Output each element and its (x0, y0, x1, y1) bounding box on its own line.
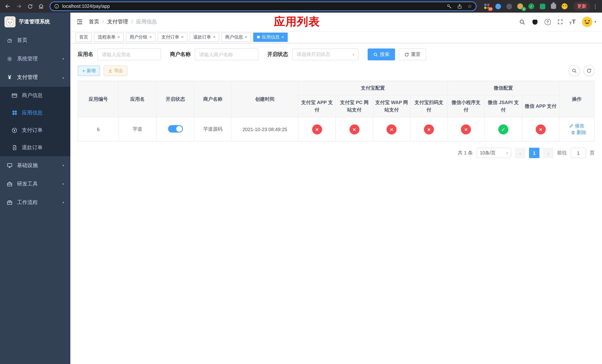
help-icon[interactable]: ? (544, 19, 551, 25)
url-text: localhost:1024/pay/app (62, 4, 110, 9)
col-group-alipay: 支付宝配置 (298, 81, 447, 95)
next-page-button[interactable]: › (543, 148, 553, 158)
sidebar-toggle-button[interactable] (76, 19, 83, 25)
sidebar-item-merchant-info[interactable]: 商户信息 (0, 87, 70, 104)
menu-label: 工作流程 (17, 199, 38, 206)
avatar (582, 16, 593, 27)
dashboard-icon (6, 37, 13, 43)
tag-process-form[interactable]: 流程表单 × (94, 32, 124, 42)
extension-badge: 1 (522, 7, 526, 11)
github-icon[interactable] (531, 19, 538, 25)
site-info-icon[interactable] (54, 4, 59, 9)
extension-profile-icon[interactable]: 1 (516, 3, 524, 10)
chrome-update-button[interactable]: 更新 (573, 2, 590, 11)
sidebar-item-home[interactable]: 首页 (0, 31, 70, 50)
password-key-icon[interactable] (447, 3, 452, 9)
reset-button[interactable]: 重置 (399, 49, 426, 60)
sidebar-item-workflow[interactable]: 工作流程 ▾ (0, 193, 70, 212)
sidebar-item-pay-orders[interactable]: 支付订单 (0, 121, 70, 139)
page-number-current[interactable]: 1 (529, 148, 539, 158)
edit-pencil-icon (569, 124, 574, 128)
main-area: 首页 支付管理 应用信息 应用列表 ? TT (70, 13, 602, 364)
disabled-icon: × (387, 124, 397, 134)
col-header-merchant: 商户名称 (194, 81, 231, 117)
app-title: 芋道管理系统 (19, 19, 50, 25)
close-icon[interactable]: × (245, 35, 247, 39)
toggle-search-button[interactable] (569, 65, 580, 76)
sidebar-item-refund-orders[interactable]: 退款订单 (0, 139, 70, 156)
merchant-name-input[interactable] (195, 49, 258, 60)
browser-menu-icon[interactable]: ⋮ (592, 3, 599, 9)
tag-refund-orders[interactable]: 退款订单 × (190, 32, 219, 42)
tag-pay-orders[interactable]: 支付订单 × (158, 32, 187, 42)
extension-grid-icon[interactable]: 10 (483, 3, 491, 10)
font-size-icon[interactable]: TT (569, 19, 576, 25)
add-button[interactable]: + 新增 (78, 65, 100, 76)
yen-icon: ¥ (6, 74, 13, 81)
plus-icon: + (82, 68, 85, 73)
tag-label: 商户信息 (225, 34, 243, 40)
user-avatar-menu[interactable]: ▾ (582, 16, 596, 27)
sidebar-item-system[interactable]: 系统管理 ▾ (0, 50, 70, 68)
forward-button[interactable] (14, 1, 24, 11)
extension-check-icon[interactable]: ✓ (527, 3, 535, 10)
goto-page-input[interactable] (570, 148, 586, 158)
chevron-up-icon: ▴ (62, 75, 64, 79)
extension-green-square-icon[interactable] (539, 3, 546, 10)
delete-link[interactable]: 删除 (571, 129, 586, 136)
enabled-icon: ✓ (498, 124, 508, 134)
col-header-app-id: 应用编号 (78, 81, 118, 117)
goto-suffix: 页 (590, 150, 595, 156)
tag-home[interactable]: 首页 (75, 32, 92, 42)
app-table: 应用编号 应用名 开启状态 商户名称 创建时间 支付宝配置 微信配置 操作 支付… (78, 81, 595, 142)
refresh-icon (586, 68, 592, 73)
download-icon (108, 68, 113, 73)
cell-app-id: 6 (78, 117, 118, 141)
share-icon[interactable] (457, 3, 462, 9)
fullscreen-icon[interactable] (557, 19, 563, 25)
refresh-table-button[interactable] (583, 65, 595, 76)
tag-label: 应用信息 (262, 34, 280, 40)
breadcrumb-payment[interactable]: 支付管理 (107, 19, 136, 25)
page-size-select[interactable]: 10条/页 ▾ (476, 148, 511, 158)
close-icon[interactable]: × (181, 35, 184, 39)
tag-merchant-info[interactable]: 商户信息 × (221, 32, 251, 42)
app-name-input[interactable] (97, 49, 161, 60)
payment-submenu: 商户信息 应用信息 支付订单 (0, 87, 70, 156)
extension-dark-icon[interactable] (505, 3, 513, 10)
extension-drop-icon[interactable] (494, 3, 502, 10)
search-icon[interactable] (519, 19, 525, 25)
col-header-alipay-qr: 支付宝扫码支付 (410, 95, 447, 117)
gear-icon (6, 56, 13, 62)
menu-label: 系统管理 (17, 55, 38, 62)
sidebar-item-app-info[interactable]: 应用信息 (0, 104, 70, 121)
edit-link[interactable]: 修改 (569, 123, 584, 129)
tag-app-info[interactable]: 应用信息 × (253, 32, 288, 42)
sidebar-item-payment[interactable]: ¥ 支付管理 ▴ (0, 68, 70, 87)
close-icon[interactable]: × (149, 35, 152, 39)
home-button[interactable] (36, 1, 46, 11)
app-logo[interactable]: 芋道管理系统 (0, 13, 70, 31)
back-button[interactable] (3, 1, 13, 11)
status-toggle[interactable] (168, 125, 183, 133)
extensions-puzzle-icon[interactable] (550, 3, 557, 10)
sidebar-item-dev-tools[interactable]: 研发工具 ▾ (0, 175, 70, 193)
close-icon[interactable]: × (281, 35, 284, 39)
extensions-row: 10 1 ✓ (483, 3, 568, 10)
address-bar[interactable]: localhost:1024/pay/app ☆ (50, 1, 476, 11)
search-button[interactable]: 搜索 (368, 49, 395, 60)
status-select[interactable]: 请选择开启状态 ▾ (292, 49, 359, 60)
breadcrumb-home[interactable]: 首页 (89, 19, 107, 25)
tag-user-group[interactable]: 用户分组 × (126, 32, 155, 42)
profile-avatar-icon[interactable] (561, 3, 568, 10)
export-button[interactable]: 导出 (104, 65, 127, 76)
menu-label: 应用信息 (22, 109, 43, 116)
reload-button[interactable] (25, 1, 35, 11)
search-icon (373, 52, 378, 57)
close-icon[interactable]: × (117, 35, 120, 39)
workflow-box-icon (6, 200, 13, 205)
close-icon[interactable]: × (213, 35, 215, 39)
bookmark-star-icon[interactable]: ☆ (467, 4, 472, 9)
sidebar-item-infrastructure[interactable]: 基础设施 ▾ (0, 156, 70, 175)
prev-page-button[interactable]: ‹ (515, 148, 525, 158)
